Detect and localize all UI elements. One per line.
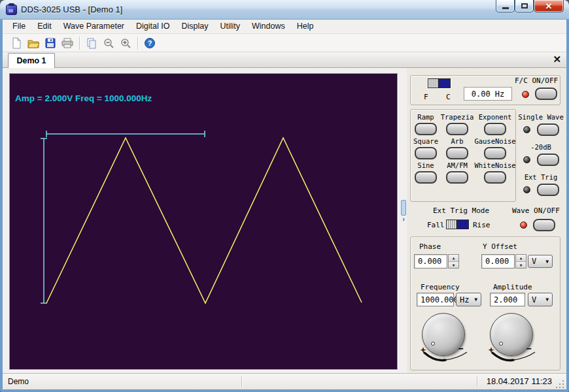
splitter-handle[interactable]	[401, 200, 406, 216]
gausenoise-button[interactable]	[484, 147, 506, 159]
copy-button[interactable]	[83, 35, 100, 51]
new-button[interactable]	[8, 35, 25, 51]
tab-demo-1[interactable]: Demo 1	[8, 53, 55, 68]
wave-onoff-led	[520, 221, 527, 229]
fc-c-label: C	[446, 93, 451, 101]
help-button[interactable]: ?	[141, 35, 158, 51]
help-icon: ?	[144, 37, 156, 49]
fc-slider[interactable]	[428, 78, 451, 88]
sine-button[interactable]	[415, 171, 437, 184]
amplitude-unit-value: V	[532, 295, 536, 304]
close-button[interactable]: ✕	[534, 0, 564, 12]
frequency-unit-select[interactable]: Hz ▼	[456, 293, 481, 306]
toolbar-separator	[79, 37, 80, 50]
menu-edit[interactable]: Edit	[31, 20, 58, 33]
fc-slider-thumb[interactable]	[428, 79, 439, 88]
svg-text:?: ?	[148, 39, 152, 47]
frequency-input[interactable]: 1000.000	[417, 293, 454, 306]
menu-utility[interactable]: Utility	[214, 20, 246, 33]
amplitude-knob[interactable]: + −	[487, 312, 540, 364]
splitter-arrow-icon[interactable]: ›	[401, 216, 406, 222]
status-datetime: 18.04.2017 11:23	[487, 376, 552, 386]
wave-onoff-button[interactable]	[533, 219, 555, 231]
fc-onoff-button[interactable]	[535, 88, 557, 100]
menu-display[interactable]: Display	[175, 20, 214, 33]
minus20db-button[interactable]	[537, 154, 559, 166]
square-button[interactable]	[415, 147, 437, 159]
ext-trig-button[interactable]	[537, 184, 559, 196]
single-wave-control: Single Wave	[517, 113, 565, 136]
save-icon	[44, 37, 56, 49]
fc-onoff-led	[522, 91, 529, 98]
menu-windows[interactable]: Windows	[246, 20, 291, 33]
wave-type-group: Ramp Trapezia Exponent Square Arb GauseN…	[410, 109, 516, 202]
y-offset-label: Y Offset	[483, 242, 517, 251]
zoom-in-button[interactable]	[117, 35, 134, 51]
arb-label: Arb	[451, 137, 464, 147]
trig-mode-slider[interactable]	[446, 220, 469, 229]
amplitude-input[interactable]: 2.000	[490, 293, 525, 306]
frequency-unit-arrow-icon: ▼	[474, 297, 477, 302]
menu-file[interactable]: File	[7, 20, 31, 33]
exponent-label: Exponent	[479, 113, 512, 123]
resize-grip[interactable]	[556, 379, 565, 388]
exponent-button[interactable]	[484, 123, 506, 135]
trig-mode-slider-thumb[interactable]	[447, 220, 457, 229]
frequency-knob-indicator	[431, 342, 435, 346]
fc-readout: 0.00 Hz	[464, 87, 512, 101]
ext-trig-led	[523, 186, 530, 193]
phase-spin-up-icon[interactable]: ▲	[449, 255, 458, 262]
print-button[interactable]	[59, 35, 76, 51]
minimize-button[interactable]	[496, 0, 515, 12]
ramp-label: Ramp	[417, 113, 434, 123]
phase-spinner[interactable]: ▲ ▼	[448, 254, 459, 269]
save-button[interactable]	[42, 35, 59, 51]
trapezia-button[interactable]	[446, 123, 468, 135]
y-offset-spinner[interactable]: ▲ ▼	[515, 254, 526, 269]
toolbar-separator	[137, 37, 138, 50]
amplitude-unit-select[interactable]: V ▼	[528, 293, 553, 306]
status-separator	[241, 376, 242, 387]
y-offset-input[interactable]: 0.000	[481, 254, 515, 269]
single-wave-label: Single Wave	[518, 113, 564, 122]
maximize-button[interactable]	[515, 0, 534, 12]
fc-group: F C 0.00 Hz F/C ON/OFF	[410, 75, 560, 105]
window-title: DDS-3025 USB - [Demo 1]	[21, 5, 122, 14]
phase-input[interactable]: 0.000	[414, 254, 447, 269]
menu-digital-io[interactable]: Digital IO	[130, 20, 175, 33]
frequency-knob-arc	[419, 350, 472, 363]
trapezia-label: Trapezia	[441, 113, 474, 123]
menu-wave-parameter[interactable]: Wave Parameter	[58, 20, 130, 33]
waveform-display: Amp = 2.000V Freq = 1000.000Hz	[9, 73, 398, 370]
ext-trig-label: Ext Trig	[525, 173, 558, 182]
amfm-button[interactable]	[446, 171, 468, 184]
parameters-group: Phase 0.000 ▲ ▼ Y Offset 0.000 ▲ ▼ V ▼	[410, 237, 560, 370]
frequency-knob[interactable]: + −	[419, 312, 472, 364]
ext-trig-control: Ext Trig	[517, 173, 565, 196]
ramp-button[interactable]	[415, 123, 437, 135]
single-wave-button[interactable]	[537, 123, 559, 136]
minus20db-label: -20dB	[530, 143, 551, 152]
whitenoise-label: WhiteNoise	[474, 161, 515, 171]
menu-help[interactable]: Help	[291, 20, 320, 33]
control-panel: F C 0.00 Hz F/C ON/OFF Ramp Trapezia Exp…	[407, 68, 566, 373]
wave-onoff-label: Wave ON/OFF	[512, 206, 560, 215]
y-offset-spin-up-icon[interactable]: ▲	[516, 255, 526, 262]
frequency-unit-value: Hz	[460, 295, 469, 304]
phase-spin-down-icon[interactable]: ▼	[449, 262, 458, 269]
app-icon	[6, 5, 17, 15]
y-offset-unit-select[interactable]: V ▼	[528, 255, 553, 268]
title-bar: DDS-3025 USB - [Demo 1] ✕	[0, 0, 569, 20]
measurement-cursors	[41, 131, 205, 303]
y-offset-unit-arrow-icon: ▼	[545, 259, 549, 265]
open-button[interactable]	[25, 35, 42, 51]
whitenoise-button[interactable]	[484, 171, 506, 184]
document-area: Amp = 2.000V Freq = 1000.000Hz ›	[3, 68, 407, 373]
status-separator	[477, 376, 477, 387]
minimize-icon	[502, 7, 509, 9]
print-icon	[61, 37, 74, 49]
y-offset-spin-down-icon[interactable]: ▼	[516, 262, 526, 269]
tab-close-icon[interactable]: ✕	[553, 54, 561, 65]
zoom-out-button[interactable]	[100, 35, 117, 51]
arb-button[interactable]	[446, 147, 468, 159]
